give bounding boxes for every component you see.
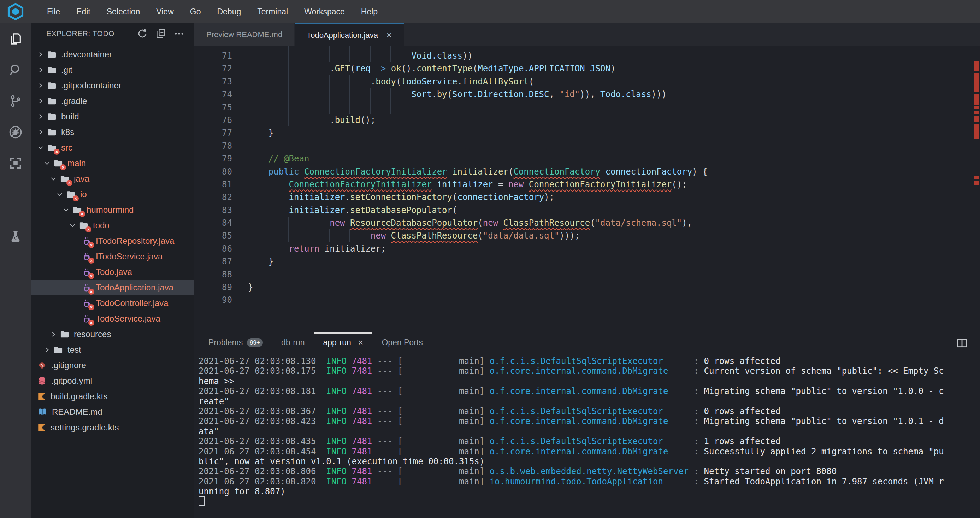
tree-item-label: main [67, 158, 86, 168]
indent-guides [248, 230, 370, 242]
problems-count-badge: 99+ [247, 338, 263, 347]
panel-tab-db-run[interactable]: db-run [272, 332, 314, 353]
tree-item-k8s[interactable]: k8s [32, 124, 194, 140]
tree-item-.devcontainer[interactable]: .devcontainer [32, 47, 194, 62]
folder-icon [47, 65, 57, 75]
tree-item-java[interactable]: ×java [32, 171, 194, 186]
readme-icon [37, 407, 48, 417]
tree-item-label: resources [74, 329, 111, 339]
tree-item-src[interactable]: ×src [32, 140, 194, 155]
panel-tab-label: Problems [208, 338, 243, 347]
error-badge: × [73, 195, 79, 201]
menu-item-help[interactable]: Help [353, 7, 386, 17]
yml-icon [37, 376, 47, 386]
editor-tab-preview-readme-md[interactable]: Preview README.md [194, 23, 294, 46]
menu-item-go[interactable]: Go [182, 7, 209, 17]
tree-item-label: .gitpod.yml [51, 376, 92, 386]
line-number: 73 [194, 75, 232, 88]
indent-guides [248, 126, 268, 139]
tree-item-build.gradle.kts[interactable]: build.gradle.kts [32, 389, 194, 404]
gitpod-ide-window: FileEditSelectionViewGoDebugTerminalWork… [0, 0, 980, 518]
panel-tab-app-run[interactable]: app-run× [314, 332, 372, 353]
line-number: 72 [194, 62, 232, 75]
tree-item-.gradle[interactable]: .gradle [32, 93, 194, 109]
menu-item-edit[interactable]: Edit [68, 7, 99, 17]
code-editor[interactable]: 71 Void.class))72 .GET(req -> ok().conte… [194, 46, 980, 332]
tree-item-label: .git [61, 65, 72, 75]
close-icon[interactable]: × [387, 30, 392, 41]
tree-item-label: .gitpodcontainer [61, 81, 121, 91]
tree-item-build[interactable]: build [32, 109, 194, 124]
terminal-line: 2021-06-27 02:03:08.181 INFO 7481 --- [ … [199, 386, 980, 396]
panel-tab-problems[interactable]: Problems99+ [199, 332, 272, 353]
tree-item-TodoApplication.java[interactable]: ×TodoApplication.java [32, 280, 194, 295]
panel-tab-open-ports[interactable]: Open Ports [372, 332, 432, 353]
java-icon: × [82, 267, 92, 277]
tree-item-TodoService.java[interactable]: ×TodoService.java [32, 311, 194, 327]
tree-item-main[interactable]: ×main [32, 155, 194, 171]
menu-item-file[interactable]: File [39, 7, 68, 17]
experiments-icon[interactable] [0, 221, 31, 252]
refresh-icon[interactable] [137, 28, 148, 39]
line-number: 87 [194, 255, 232, 268]
tree-item-ITodoService.java[interactable]: ×ITodoService.java [32, 249, 194, 264]
error-mark [974, 73, 978, 92]
tree-item-ITodoRepository.java[interactable]: ×ITodoRepository.java [32, 233, 194, 249]
indent-guides [248, 88, 411, 101]
tree-item-label: todo [93, 220, 110, 230]
tree-item-io[interactable]: ×io [32, 186, 194, 202]
menu-item-view[interactable]: View [148, 7, 181, 17]
tree-item-test[interactable]: test [32, 342, 194, 358]
source-control-icon[interactable] [0, 86, 31, 116]
tree-item-label: build [61, 112, 79, 121]
menu-item-terminal[interactable]: Terminal [249, 7, 296, 17]
overview-ruler[interactable] [972, 46, 980, 332]
tree-item-README.md[interactable]: README.md [32, 404, 194, 420]
error-mark [974, 94, 978, 105]
terminal-line: 2021-06-27 02:03:08.130 INFO 7481 --- [ … [199, 356, 980, 366]
code-line: 86 return initializer; [194, 242, 980, 255]
tree-item-settings.gradle.kts[interactable]: settings.gradle.kts [32, 420, 194, 435]
code-line: 84 new ResourceDatabasePopulator(new Cla… [194, 217, 980, 230]
menu-item-selection[interactable]: Selection [99, 7, 148, 17]
tree-item-todo[interactable]: ×todo [32, 218, 194, 233]
tree-item-resources[interactable]: resources [32, 327, 194, 342]
tree-item-.git[interactable]: .git [32, 62, 194, 78]
gitpod-logo-icon[interactable] [0, 2, 31, 21]
tree-item-.gitpodcontainer[interactable]: .gitpodcontainer [32, 78, 194, 93]
more-actions-icon[interactable] [173, 28, 185, 39]
menu-item-debug[interactable]: Debug [209, 7, 249, 17]
tree-item-humourmind[interactable]: ×humourmind [32, 202, 194, 218]
line-number: 82 [194, 191, 232, 204]
folder-icon [47, 127, 57, 137]
explorer-icon[interactable] [0, 23, 31, 54]
line-number: 88 [194, 268, 232, 281]
plugins-icon[interactable] [0, 148, 31, 179]
tree-item-TodoController.java[interactable]: ×TodoController.java [32, 295, 194, 311]
error-mark [974, 124, 978, 139]
error-badge: × [54, 149, 60, 155]
close-icon[interactable]: × [358, 338, 364, 348]
indent-guides [248, 268, 268, 281]
folder-icon: × [66, 190, 76, 199]
folder-icon [47, 112, 57, 121]
tree-item-.gitpod.yml[interactable]: .gitpod.yml [32, 373, 194, 389]
terminal-line: hema >> [199, 376, 980, 386]
tree-item-.gitignore[interactable]: .gitignore [32, 358, 194, 373]
gitfile-icon [37, 360, 47, 370]
debug-icon[interactable] [0, 116, 31, 148]
menu-item-workspace[interactable]: Workspace [296, 7, 353, 17]
tree-item-label: build.gradle.kts [51, 392, 107, 402]
line-number: 90 [194, 293, 232, 306]
tab-label: TodoApplication.java [307, 31, 378, 40]
editor-tab-todoapplication-java[interactable]: TodoApplication.java× [294, 23, 404, 46]
indent-guides [248, 217, 329, 230]
tree-item-Todo.java[interactable]: ×Todo.java [32, 264, 194, 280]
collapse-all-icon[interactable] [155, 28, 166, 39]
code-text: public ConnectionFactoryInitializer init… [248, 167, 707, 177]
code-text: initializer.setConnectionFactory(connect… [248, 192, 554, 202]
split-panel-icon[interactable] [956, 337, 968, 351]
search-icon[interactable] [0, 54, 31, 86]
error-mark [974, 116, 978, 122]
terminal-output[interactable]: 2021-06-27 02:03:08.130 INFO 7481 --- [ … [194, 353, 980, 518]
